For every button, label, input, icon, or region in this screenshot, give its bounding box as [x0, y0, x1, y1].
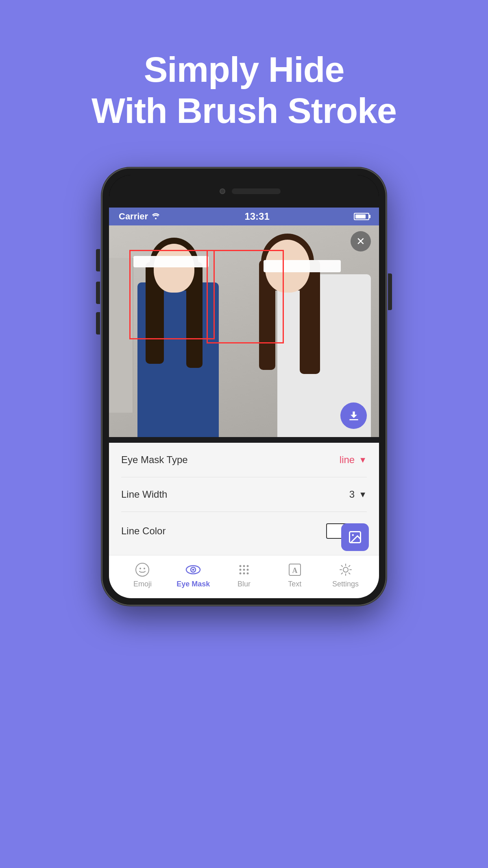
header-line2: With Brush Stroke — [92, 90, 396, 131]
svg-point-17 — [246, 573, 248, 575]
tab-blur[interactable]: Blur — [224, 562, 264, 588]
download-icon — [347, 409, 360, 422]
tab-bar: Emoji Eye Mask — [109, 555, 379, 598]
bounding-box-right — [207, 250, 284, 343]
tab-settings[interactable]: Settings — [325, 562, 366, 588]
tab-text-label: Text — [288, 580, 301, 588]
header-line1: Simply Hide — [144, 49, 344, 90]
svg-point-0 — [155, 218, 157, 219]
speaker-grille — [232, 188, 281, 194]
battery-indicator — [354, 213, 369, 220]
battery-fill — [355, 214, 366, 219]
eye-mask-type-row: Eye Mask Type line ▼ — [121, 443, 367, 477]
blur-icon — [236, 562, 252, 577]
header-section: Simply Hide With Brush Stroke — [0, 0, 488, 168]
status-time: 13:31 — [244, 211, 269, 222]
eye-mask-tab-icon — [185, 562, 201, 577]
line-width-row: Line Width 3 ▼ — [121, 477, 367, 512]
line-width-label: Line Width — [121, 489, 167, 500]
svg-point-14 — [246, 569, 248, 571]
phone-top-bezel — [109, 175, 379, 208]
svg-point-8 — [192, 569, 194, 571]
carrier-wifi: Carrier — [119, 211, 160, 222]
close-icon: ✕ — [356, 236, 365, 247]
svg-point-4 — [139, 568, 141, 569]
svg-point-5 — [144, 568, 145, 569]
spacer-bar — [109, 437, 379, 443]
svg-point-13 — [243, 569, 245, 571]
image-picker-icon — [348, 530, 362, 544]
status-bar: Carrier 13:31 — [109, 208, 379, 225]
eye-mask-type-value: line — [340, 454, 355, 466]
tab-settings-label: Settings — [332, 580, 359, 588]
eye-mask-type-arrow: ▼ — [359, 455, 367, 465]
line-width-value: 3 — [349, 489, 355, 500]
header-title: Simply Hide With Brush Stroke — [0, 24, 488, 151]
eye-mask-type-control[interactable]: line ▼ — [340, 454, 367, 466]
tab-eye-mask-label: Eye Mask — [176, 580, 210, 588]
text-icon: A — [287, 562, 303, 577]
svg-point-3 — [136, 563, 149, 576]
front-camera — [220, 188, 225, 194]
phone-screen: Carrier 13:31 — [109, 175, 379, 598]
tab-blur-label: Blur — [237, 580, 251, 588]
svg-point-2 — [352, 534, 354, 536]
svg-point-9 — [239, 565, 241, 567]
tab-text[interactable]: A Text — [274, 562, 315, 588]
line-color-row: Line Color ▼ — [121, 512, 367, 555]
download-button[interactable] — [340, 402, 367, 429]
carrier-label: Carrier — [119, 211, 148, 222]
line-width-arrow: ▼ — [359, 490, 367, 499]
controls-panel: Eye Mask Type line ▼ Line Width 3 ▼ — [109, 443, 379, 555]
line-width-control[interactable]: 3 ▼ — [349, 489, 367, 500]
svg-point-15 — [239, 573, 241, 575]
svg-point-11 — [246, 565, 248, 567]
photo-area — [109, 225, 379, 437]
phone-mockup: Carrier 13:31 — [0, 168, 488, 606]
photo-background — [109, 225, 379, 437]
eye-mask-type-label: Eye Mask Type — [121, 454, 188, 466]
wifi-icon — [151, 212, 160, 221]
svg-point-16 — [243, 573, 245, 575]
svg-text:A: A — [292, 566, 297, 575]
phone-shell: Carrier 13:31 — [102, 168, 386, 606]
emoji-icon — [135, 562, 150, 577]
screen-main: ✕ — [109, 225, 379, 598]
image-picker-button[interactable] — [341, 523, 369, 551]
bounding-box-left — [129, 250, 215, 339]
svg-point-20 — [343, 567, 348, 572]
tab-emoji[interactable]: Emoji — [122, 562, 163, 588]
line-color-label: Line Color — [121, 525, 166, 537]
settings-icon — [338, 562, 353, 577]
tab-eye-mask[interactable]: Eye Mask — [173, 562, 214, 588]
svg-point-10 — [243, 565, 245, 567]
tab-emoji-label: Emoji — [133, 580, 152, 588]
battery-body — [354, 213, 369, 220]
svg-point-12 — [239, 569, 241, 571]
